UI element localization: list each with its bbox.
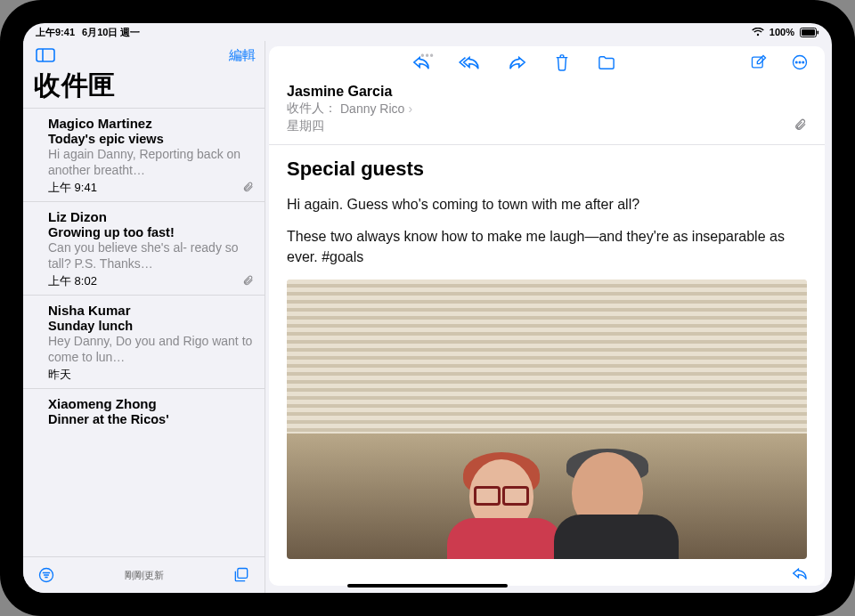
message-toolbar [269, 46, 825, 77]
list-preview: Can you believe she's al- ready so tall?… [48, 240, 254, 272]
to-name: Danny Rico [340, 101, 404, 116]
list-sender: Magico Martinez [48, 116, 254, 131]
sync-status: 剛剛更新 [59, 569, 229, 582]
status-bar: 上午9:41 6月10日 週一 100% [23, 23, 832, 41]
list-sender: Nisha Kumar [48, 303, 254, 318]
ipad-frame: 上午9:41 6月10日 週一 100% ••• [0, 0, 855, 616]
list-subject: Today's epic views [48, 132, 254, 146]
message-header: Jasmine Garcia 收件人： Danny Rico › 星期四 [269, 77, 825, 145]
svg-rect-1 [802, 29, 815, 36]
list-item[interactable]: Magico Martinez Today's epic views Hi ag… [23, 109, 265, 202]
message-pane: Jasmine Garcia 收件人： Danny Rico › 星期四 S [269, 46, 825, 586]
list-subject: Sunday lunch [48, 319, 254, 333]
chevron-right-icon: › [408, 101, 412, 116]
list-time: 上午 9:41 [48, 180, 97, 196]
paperclip-icon [242, 274, 254, 289]
message-body: Special guests Hi again. Guess who's com… [269, 145, 825, 559]
edit-button[interactable]: 編輯 [229, 47, 256, 64]
paperclip-icon [794, 118, 807, 135]
filter-button[interactable] [34, 563, 59, 588]
list-preview: Hey Danny, Do you and Rigo want to come … [48, 334, 254, 365]
list-item[interactable]: Xiaomeng Zhong Dinner at the Ricos' [23, 389, 265, 432]
attachment-image[interactable] [287, 280, 807, 559]
list-subject: Growing up too fast! [48, 225, 254, 239]
reply-all-button[interactable] [454, 51, 484, 74]
message-from[interactable]: Jasmine Garcia [287, 84, 807, 100]
svg-rect-2 [818, 30, 819, 34]
list-subject: Dinner at the Ricos' [48, 412, 254, 426]
trash-button[interactable] [550, 50, 574, 75]
more-button[interactable] [787, 50, 812, 75]
list-preview: Hi again Danny, Reporting back on anothe… [48, 147, 254, 178]
message-date: 星期四 [287, 118, 324, 134]
compose-button[interactable] [746, 50, 771, 75]
list-time: 上午 8:02 [48, 273, 97, 289]
battery-percent: 100% [770, 27, 794, 37]
message-paragraph: Hi again. Guess who's coming to town wit… [287, 195, 807, 215]
status-date: 6月10日 週一 [82, 26, 140, 39]
inbox-sidebar: 編輯 收件匣 Magico Martinez Today's epic view… [23, 41, 265, 593]
message-list: Magico Martinez Today's epic views Hi ag… [23, 108, 265, 556]
message-to-line[interactable]: 收件人： Danny Rico › [287, 101, 807, 117]
svg-point-14 [802, 61, 804, 63]
svg-point-13 [799, 61, 801, 63]
svg-rect-3 [37, 49, 54, 61]
sidebar-toggle-button[interactable] [32, 45, 59, 66]
status-time: 上午9:41 [36, 26, 75, 39]
message-paragraph: These two always know how to make me lau… [287, 227, 807, 267]
paperclip-icon [242, 181, 254, 196]
wifi-icon [752, 28, 764, 36]
list-time: 昨天 [48, 367, 71, 383]
to-label: 收件人： [287, 101, 337, 117]
stack-button[interactable] [229, 563, 254, 588]
list-item[interactable]: Nisha Kumar Sunday lunch Hey Danny, Do y… [23, 296, 265, 389]
battery-icon [800, 28, 819, 37]
multitask-dots-icon[interactable]: ••• [420, 50, 435, 62]
home-indicator[interactable] [347, 584, 508, 588]
forward-button[interactable] [504, 51, 531, 74]
svg-point-12 [795, 61, 797, 63]
list-sender: Liz Dizon [48, 209, 254, 224]
screen: 上午9:41 6月10日 週一 100% ••• [23, 23, 832, 593]
svg-rect-9 [238, 569, 248, 579]
message-subject: Special guests [287, 158, 807, 181]
move-folder-button[interactable] [593, 51, 620, 74]
reply-shortcut-button[interactable] [787, 563, 812, 584]
list-sender: Xiaomeng Zhong [48, 396, 254, 411]
list-item[interactable]: Liz Dizon Growing up too fast! Can you b… [23, 202, 265, 296]
inbox-title: 收件匣 [23, 66, 265, 108]
